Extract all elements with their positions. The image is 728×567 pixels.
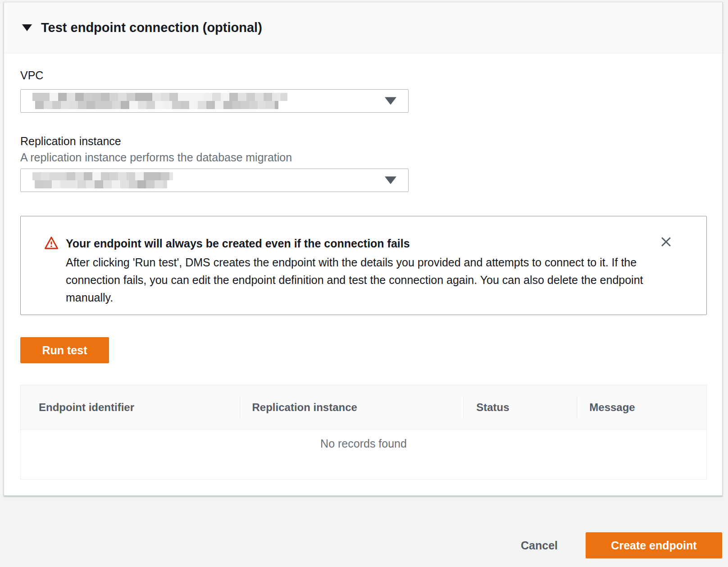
section-title: Test endpoint connection (optional) [41,20,262,35]
alert-body: After clicking 'Run test', DMS creates t… [66,254,654,306]
empty-state-text: No records found [320,437,407,479]
replication-instance-field: Replication instance A replication insta… [20,134,706,192]
column-header-status: Status [464,401,577,414]
column-header-endpoint-identifier: Endpoint identifier [21,401,240,414]
replication-instance-label: Replication instance [20,134,706,148]
replication-instance-description: A replication instance performs the data… [20,151,706,164]
footer-actions: Cancel Create endpoint [521,532,722,558]
table-body: No records found [21,430,706,479]
test-endpoint-panel: Test endpoint connection (optional) VPC … [4,2,723,496]
section-header[interactable]: Test endpoint connection (optional) [4,2,722,53]
chevron-down-icon [385,97,396,105]
collapse-caret-icon [22,24,32,31]
alert-content: Your endpoint will always be created eve… [66,236,693,306]
run-test-button[interactable]: Run test [20,337,109,363]
create-endpoint-button[interactable]: Create endpoint [586,532,722,558]
alert-title: Your endpoint will always be created eve… [66,236,693,251]
vpc-label: VPC [20,69,706,82]
vpc-field: VPC [20,69,706,113]
vpc-select[interactable] [20,89,409,113]
vpc-redacted-value [32,93,287,109]
replication-instance-select[interactable] [20,169,409,192]
close-icon[interactable] [657,233,675,251]
replication-instance-redacted-value [32,172,173,188]
section-body: VPC Replication instance A replication i… [4,53,722,480]
table-header-row: Endpoint identifier Replication instance… [21,385,706,430]
warning-alert: Your endpoint will always be created eve… [20,216,707,315]
warning-triangle-icon [44,235,59,251]
cancel-button[interactable]: Cancel [521,539,558,552]
results-table: Endpoint identifier Replication instance… [20,385,707,480]
column-header-replication-instance: Replication instance [240,401,464,414]
column-header-message: Message [577,401,706,414]
chevron-down-icon [385,177,396,184]
